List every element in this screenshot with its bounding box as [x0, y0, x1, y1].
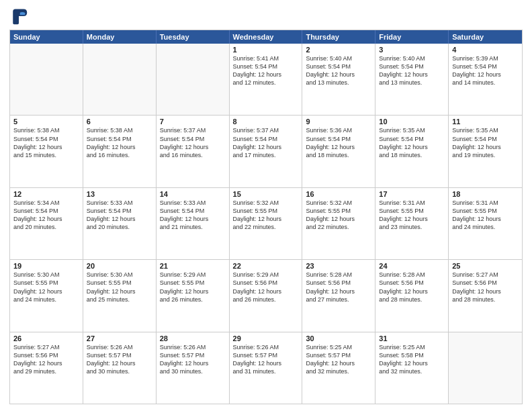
day-number: 2: [306, 46, 371, 54]
day-cell-21: 21Sunrise: 5:29 AMSunset: 5:55 PMDayligh…: [157, 260, 230, 331]
day-number: 7: [160, 118, 226, 126]
day-info: Sunrise: 5:40 AMSunset: 5:54 PMDaylight:…: [306, 54, 371, 87]
day-number: 16: [306, 190, 371, 198]
day-info: Sunrise: 5:35 AMSunset: 5:54 PMDaylight:…: [452, 126, 519, 159]
day-number: 24: [379, 262, 445, 270]
day-info: Sunrise: 5:33 AMSunset: 5:54 PMDaylight:…: [87, 199, 152, 232]
weekday-header-wednesday: Wednesday: [230, 30, 303, 44]
day-info: Sunrise: 5:26 AMSunset: 5:57 PMDaylight:…: [233, 343, 299, 376]
calendar: SundayMondayTuesdayWednesdayThursdayFrid…: [9, 30, 523, 404]
day-number: 15: [233, 190, 299, 198]
day-info: Sunrise: 5:34 AMSunset: 5:54 PMDaylight:…: [13, 199, 79, 232]
day-cell-24: 24Sunrise: 5:28 AMSunset: 5:56 PMDayligh…: [375, 260, 449, 331]
day-cell-10: 10Sunrise: 5:35 AMSunset: 5:54 PMDayligh…: [375, 116, 449, 187]
day-info: Sunrise: 5:30 AMSunset: 5:55 PMDaylight:…: [87, 271, 152, 304]
day-cell-26: 26Sunrise: 5:27 AMSunset: 5:56 PMDayligh…: [10, 332, 83, 404]
day-cell-4: 4Sunrise: 5:39 AMSunset: 5:54 PMDaylight…: [449, 44, 522, 115]
day-number: 13: [87, 190, 152, 198]
day-info: Sunrise: 5:31 AMSunset: 5:55 PMDaylight:…: [452, 199, 519, 232]
day-info: Sunrise: 5:26 AMSunset: 5:57 PMDaylight:…: [87, 343, 152, 376]
day-info: Sunrise: 5:37 AMSunset: 5:54 PMDaylight:…: [160, 126, 226, 159]
weekday-header-monday: Monday: [83, 30, 157, 44]
day-number: 5: [13, 118, 79, 126]
day-cell-27: 27Sunrise: 5:26 AMSunset: 5:57 PMDayligh…: [83, 332, 157, 404]
day-number: 26: [13, 334, 79, 342]
day-cell-19: 19Sunrise: 5:30 AMSunset: 5:55 PMDayligh…: [10, 260, 83, 331]
day-cell-17: 17Sunrise: 5:31 AMSunset: 5:55 PMDayligh…: [375, 188, 449, 259]
day-cell-29: 29Sunrise: 5:26 AMSunset: 5:57 PMDayligh…: [230, 332, 303, 404]
day-info: Sunrise: 5:27 AMSunset: 5:56 PMDaylight:…: [13, 343, 79, 376]
day-number: 19: [13, 262, 79, 270]
day-number: 20: [87, 262, 152, 270]
empty-cell-4-6: [449, 332, 522, 404]
day-cell-9: 9Sunrise: 5:36 AMSunset: 5:54 PMDaylight…: [302, 116, 375, 187]
day-info: Sunrise: 5:25 AMSunset: 5:57 PMDaylight:…: [306, 343, 371, 376]
day-info: Sunrise: 5:37 AMSunset: 5:54 PMDaylight:…: [233, 126, 299, 159]
day-number: 4: [452, 46, 519, 54]
day-info: Sunrise: 5:40 AMSunset: 5:54 PMDaylight:…: [379, 54, 445, 87]
day-info: Sunrise: 5:27 AMSunset: 5:56 PMDaylight:…: [452, 271, 519, 304]
weekday-header-thursday: Thursday: [302, 30, 375, 44]
day-cell-6: 6Sunrise: 5:38 AMSunset: 5:54 PMDaylight…: [83, 116, 157, 187]
weekday-header-friday: Friday: [375, 30, 449, 44]
day-number: 10: [379, 118, 445, 126]
day-info: Sunrise: 5:29 AMSunset: 5:55 PMDaylight:…: [160, 271, 226, 304]
day-info: Sunrise: 5:28 AMSunset: 5:56 PMDaylight:…: [379, 271, 445, 304]
day-cell-3: 3Sunrise: 5:40 AMSunset: 5:54 PMDaylight…: [375, 44, 449, 115]
empty-cell-0-0: [10, 44, 83, 115]
calendar-row-1: 5Sunrise: 5:38 AMSunset: 5:54 PMDaylight…: [10, 115, 522, 187]
day-info: Sunrise: 5:25 AMSunset: 5:58 PMDaylight:…: [379, 343, 445, 376]
day-number: 31: [379, 334, 445, 342]
day-info: Sunrise: 5:41 AMSunset: 5:54 PMDaylight:…: [233, 54, 299, 87]
day-info: Sunrise: 5:26 AMSunset: 5:57 PMDaylight:…: [160, 343, 226, 376]
day-cell-28: 28Sunrise: 5:26 AMSunset: 5:57 PMDayligh…: [157, 332, 230, 404]
day-cell-13: 13Sunrise: 5:33 AMSunset: 5:54 PMDayligh…: [83, 188, 157, 259]
day-cell-16: 16Sunrise: 5:32 AMSunset: 5:55 PMDayligh…: [302, 188, 375, 259]
day-cell-11: 11Sunrise: 5:35 AMSunset: 5:54 PMDayligh…: [449, 116, 522, 187]
day-cell-18: 18Sunrise: 5:31 AMSunset: 5:55 PMDayligh…: [449, 188, 522, 259]
logo-icon: [9, 7, 28, 26]
day-info: Sunrise: 5:33 AMSunset: 5:54 PMDaylight:…: [160, 199, 226, 232]
empty-cell-0-2: [157, 44, 230, 115]
day-number: 1: [233, 46, 299, 54]
day-cell-5: 5Sunrise: 5:38 AMSunset: 5:54 PMDaylight…: [10, 116, 83, 187]
day-number: 30: [306, 334, 371, 342]
calendar-row-0: 1Sunrise: 5:41 AMSunset: 5:54 PMDaylight…: [10, 44, 522, 115]
day-number: 11: [452, 118, 519, 126]
day-cell-25: 25Sunrise: 5:27 AMSunset: 5:56 PMDayligh…: [449, 260, 522, 331]
day-info: Sunrise: 5:35 AMSunset: 5:54 PMDaylight:…: [379, 126, 445, 159]
calendar-row-4: 26Sunrise: 5:27 AMSunset: 5:56 PMDayligh…: [10, 332, 522, 404]
day-cell-12: 12Sunrise: 5:34 AMSunset: 5:54 PMDayligh…: [10, 188, 83, 259]
day-cell-8: 8Sunrise: 5:37 AMSunset: 5:54 PMDaylight…: [230, 116, 303, 187]
day-number: 18: [452, 190, 519, 198]
calendar-row-3: 19Sunrise: 5:30 AMSunset: 5:55 PMDayligh…: [10, 259, 522, 331]
day-cell-1: 1Sunrise: 5:41 AMSunset: 5:54 PMDaylight…: [230, 44, 303, 115]
day-info: Sunrise: 5:36 AMSunset: 5:54 PMDaylight:…: [306, 126, 371, 159]
day-number: 21: [160, 262, 226, 270]
page: SundayMondayTuesdayWednesdayThursdayFrid…: [0, 0, 532, 411]
weekday-header-saturday: Saturday: [449, 30, 522, 44]
day-info: Sunrise: 5:31 AMSunset: 5:55 PMDaylight:…: [379, 199, 445, 232]
day-info: Sunrise: 5:39 AMSunset: 5:54 PMDaylight:…: [452, 54, 519, 87]
day-info: Sunrise: 5:38 AMSunset: 5:54 PMDaylight:…: [13, 126, 79, 159]
day-cell-31: 31Sunrise: 5:25 AMSunset: 5:58 PMDayligh…: [375, 332, 449, 404]
day-number: 23: [306, 262, 371, 270]
day-cell-14: 14Sunrise: 5:33 AMSunset: 5:54 PMDayligh…: [157, 188, 230, 259]
day-info: Sunrise: 5:32 AMSunset: 5:55 PMDaylight:…: [306, 199, 371, 232]
day-info: Sunrise: 5:32 AMSunset: 5:55 PMDaylight:…: [233, 199, 299, 232]
day-number: 9: [306, 118, 371, 126]
day-cell-20: 20Sunrise: 5:30 AMSunset: 5:55 PMDayligh…: [83, 260, 157, 331]
day-cell-15: 15Sunrise: 5:32 AMSunset: 5:55 PMDayligh…: [230, 188, 303, 259]
day-info: Sunrise: 5:29 AMSunset: 5:56 PMDaylight:…: [233, 271, 299, 304]
calendar-body: 1Sunrise: 5:41 AMSunset: 5:54 PMDaylight…: [10, 44, 522, 404]
day-number: 8: [233, 118, 299, 126]
day-number: 29: [233, 334, 299, 342]
day-cell-30: 30Sunrise: 5:25 AMSunset: 5:57 PMDayligh…: [302, 332, 375, 404]
day-number: 22: [233, 262, 299, 270]
day-number: 14: [160, 190, 226, 198]
day-number: 12: [13, 190, 79, 198]
day-number: 28: [160, 334, 226, 342]
header: [9, 7, 523, 26]
calendar-header: SundayMondayTuesdayWednesdayThursdayFrid…: [10, 30, 522, 44]
day-cell-23: 23Sunrise: 5:28 AMSunset: 5:56 PMDayligh…: [302, 260, 375, 331]
